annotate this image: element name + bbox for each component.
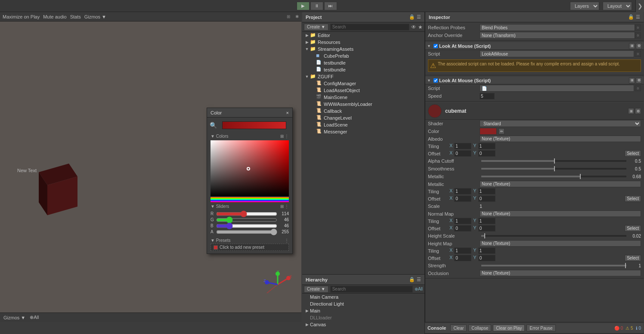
hierarchy-menu-icon[interactable]: ☰ xyxy=(417,277,421,282)
height-select-btn[interactable]: Select xyxy=(625,255,641,261)
console-error-pause-btn[interactable]: Error Pause xyxy=(526,325,555,331)
cp-close-btn[interactable]: × xyxy=(286,110,289,115)
tree-item-wwwassemblyloader[interactable]: 📜 WWWAssemblyLoader xyxy=(302,101,424,108)
tree-item-testbundle-1[interactable]: 📄 testbundle xyxy=(302,59,424,66)
cp-presets-options[interactable]: ⋮ xyxy=(285,238,289,243)
pause-button[interactable]: ⏸ xyxy=(310,2,323,10)
tree-item-resources[interactable]: ▶ 📁 Resources xyxy=(302,39,424,46)
met-offset-y-input[interactable] xyxy=(478,195,495,202)
albedo-select-btn[interactable]: Select xyxy=(625,150,641,157)
norm-tiling-x-input[interactable] xyxy=(454,218,471,224)
hier-item-canvas[interactable]: ▶ Canvas xyxy=(302,321,424,328)
look-at-mouse-2-enable[interactable] xyxy=(433,78,438,83)
inspector-lock-icon[interactable]: 🔒 xyxy=(628,14,634,20)
tree-item-testbundle-2[interactable]: 📄 testbundle xyxy=(302,66,424,73)
met-tiling-x-input[interactable] xyxy=(454,188,471,195)
lam1-copy-icon[interactable]: ⊞ xyxy=(629,43,635,49)
hierarchy-lock-icon[interactable]: 🔒 xyxy=(409,277,415,282)
console-clear-btn[interactable]: Clear xyxy=(450,325,467,331)
hier-item-directional-light[interactable]: Directional Light xyxy=(302,300,424,307)
project-lock-icon[interactable]: 🔒 xyxy=(409,14,415,20)
hierarchy-search-input[interactable] xyxy=(330,286,413,293)
back-button[interactable]: ❯ xyxy=(635,0,644,12)
met-tiling-y-input[interactable] xyxy=(478,188,495,195)
gizmos-bottom-btn[interactable]: Gizmos ▼ xyxy=(3,315,25,320)
project-menu-icon[interactable]: ☰ xyxy=(417,14,421,20)
tree-item-mainscene[interactable]: 🎬 MainScene xyxy=(302,94,424,101)
tiling-y-input[interactable] xyxy=(478,143,495,149)
r-slider[interactable] xyxy=(216,212,277,216)
height-tiling-x-input[interactable] xyxy=(454,247,471,254)
look-at-mouse-1-header[interactable]: ▼ Look At Mouse (Script) ⊞ ⚙ xyxy=(425,42,644,50)
alpha-cutoff-slider[interactable] xyxy=(481,160,626,162)
cp-slider-options-1[interactable]: ⊞ xyxy=(280,204,284,209)
lam2-script-btn[interactable]: ○ xyxy=(635,85,641,91)
lam2-menu-icon[interactable]: ⚙ xyxy=(636,77,642,84)
cp-gradient-box[interactable] xyxy=(211,140,289,196)
look-at-mouse-1-enable[interactable] xyxy=(433,44,438,48)
cp-add-preset-btn[interactable]: Click to add new preset xyxy=(211,244,289,251)
mat-menu-icon[interactable]: ⚙ xyxy=(635,108,641,114)
tree-item-loadscene[interactable]: 📜 LoadScene xyxy=(302,121,424,128)
cp-color-options-2[interactable]: ⋮ xyxy=(285,134,289,139)
norm-tiling-y-input[interactable] xyxy=(478,218,495,224)
metallic-slider[interactable] xyxy=(481,176,626,177)
g-slider[interactable] xyxy=(216,218,277,222)
eyedropper-icon[interactable]: 🔍 xyxy=(210,122,217,129)
tree-item-cubeprefab[interactable]: ◼ CubePrefab xyxy=(302,53,424,59)
tree-item-zguff[interactable]: ▼ 📁 ZGUFF xyxy=(302,73,424,80)
console-clear-on-play-btn[interactable]: Clear on Play xyxy=(493,325,525,331)
offset-x-input[interactable] xyxy=(454,150,471,157)
b-slider[interactable] xyxy=(216,224,277,228)
speed-input[interactable] xyxy=(480,93,495,99)
console-collapse-btn[interactable]: Collapse xyxy=(468,325,491,331)
height-tiling-y-input[interactable] xyxy=(478,247,495,254)
strength-slider[interactable] xyxy=(481,265,626,266)
tree-item-configmanager[interactable]: 📜 ConfigManager xyxy=(302,80,424,87)
smoothness-slider[interactable] xyxy=(481,168,626,170)
shader-dropdown[interactable]: Standard xyxy=(480,120,641,127)
normal-select-btn[interactable]: Select xyxy=(625,225,641,232)
mat-copy-icon[interactable]: ⊞ xyxy=(628,108,634,114)
color-swatch[interactable] xyxy=(480,128,497,135)
hierarchy-create-btn[interactable]: Create ▼ xyxy=(304,286,328,293)
lam1-script-btn[interactable]: ○ xyxy=(635,51,641,57)
tree-item-messenger[interactable]: 📜 Messenger xyxy=(302,128,424,135)
cp-slider-options-2[interactable]: ⋮ xyxy=(285,204,289,209)
tree-item-streamingassets[interactable]: ▼ 📁 StreamingAssets xyxy=(302,46,424,53)
color-edit-btn[interactable]: ✏ xyxy=(498,128,505,134)
cp-hue-bar[interactable] xyxy=(211,197,289,202)
lam2-copy-icon[interactable]: ⊞ xyxy=(629,77,635,84)
layers-dropdown[interactable]: Layers xyxy=(570,2,599,10)
hierarchy-all-btn[interactable]: ⊕All xyxy=(415,287,423,291)
height-offset-x-input[interactable] xyxy=(454,255,471,261)
maximize-on-play[interactable]: Maximize on Play xyxy=(3,14,40,19)
all-btn[interactable]: ⊕All xyxy=(30,315,39,320)
look-at-mouse-2-header[interactable]: ▼ Look At Mouse (Script) ⊞ ⚙ xyxy=(425,77,644,84)
norm-offset-y-input[interactable] xyxy=(478,225,495,232)
a-slider[interactable] xyxy=(216,230,277,234)
step-button[interactable]: ⏭ xyxy=(324,2,337,10)
met-offset-x-input[interactable] xyxy=(454,195,471,202)
mute-audio[interactable]: Mute audio xyxy=(43,14,66,19)
tree-item-editor[interactable]: ▶ 📁 Editor xyxy=(302,32,424,39)
lam1-menu-icon[interactable]: ⚙ xyxy=(636,43,642,49)
tiling-x-input[interactable] xyxy=(454,143,471,149)
offset-y-input[interactable] xyxy=(478,150,495,157)
project-eye-icon[interactable]: 👁 xyxy=(411,24,416,30)
project-star-icon[interactable]: ★ xyxy=(418,24,423,30)
anchor-override-btn[interactable]: ○ xyxy=(635,32,641,38)
norm-offset-x-input[interactable] xyxy=(454,225,471,232)
tree-item-changelevel[interactable]: 📜 ChangeLevel xyxy=(302,114,424,121)
metallic-select-btn[interactable]: Select xyxy=(625,195,641,202)
layout-dropdown[interactable]: Layout xyxy=(603,2,632,10)
tree-item-loadassetobject[interactable]: 📜 LoadAssetObject xyxy=(302,87,424,94)
inspector-menu-icon[interactable]: ☰ xyxy=(636,14,640,20)
project-create-btn[interactable]: Create ▼ xyxy=(304,24,328,31)
project-search-input[interactable] xyxy=(330,24,409,31)
hier-item-main[interactable]: ▶ Main xyxy=(302,307,424,314)
hier-item-main-camera[interactable]: Main Camera xyxy=(302,294,424,300)
reflection-probes-btn[interactable]: ○ xyxy=(635,25,641,31)
play-button[interactable]: ▶ xyxy=(297,2,310,10)
height-offset-y-input[interactable] xyxy=(478,255,495,261)
